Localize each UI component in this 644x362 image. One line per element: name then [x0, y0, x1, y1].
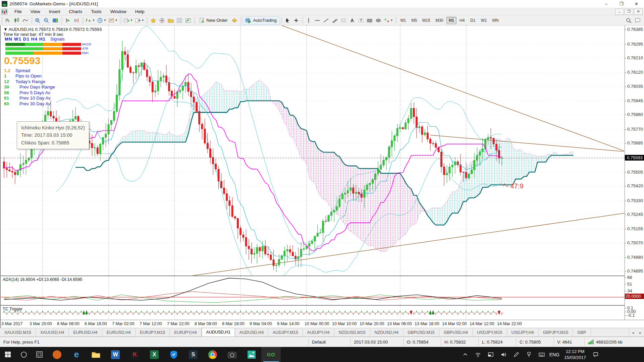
chart-tab-audjpyh4[interactable]: AUDJPY,H4 — [303, 329, 334, 337]
camera-app-icon[interactable] — [222, 347, 242, 362]
chart-tab-xauusdm15[interactable]: XAUUSD,M15 — [0, 329, 36, 337]
timeframe-mn-button[interactable]: MN — [490, 17, 501, 24]
chart-tab-nzdusdh4[interactable]: NZDUSD,H4 — [370, 329, 404, 337]
terminal-icon[interactable] — [166, 16, 175, 24]
menu-help[interactable]: Help — [131, 8, 149, 15]
bar-chart-icon[interactable] — [4, 16, 12, 24]
keyboard-icon[interactable] — [535, 347, 548, 362]
periods-icon[interactable]: ▼ — [96, 16, 107, 24]
volume-icon[interactable] — [497, 347, 510, 362]
chart-tab-audjpym15[interactable]: AUDJPY,M15 — [268, 329, 303, 337]
chart-tab-gbpusdh4[interactable]: GBPUSD,H4 — [439, 329, 473, 337]
label-icon[interactable]: T — [357, 16, 365, 24]
mt4-gomarkets-icon[interactable]: GO — [261, 347, 281, 362]
menu-insert[interactable]: Insert — [45, 8, 65, 15]
timeframe-h1-button[interactable]: H1 — [446, 17, 457, 24]
chart-tab-gbp[interactable]: GBP — [573, 329, 591, 337]
timeframe-w1-button[interactable]: W1 — [479, 17, 489, 24]
file-explorer-icon[interactable] — [86, 347, 106, 362]
zoom-in-icon[interactable] — [34, 16, 42, 24]
photos-app-icon[interactable] — [242, 347, 261, 362]
chart-tab-eurjpym15[interactable]: EURJPY,M15 — [136, 329, 170, 337]
text-icon[interactable]: A — [348, 16, 357, 24]
close-button[interactable]: ✕ — [629, 0, 644, 8]
auto-scroll-icon[interactable] — [63, 16, 72, 24]
timeframe-h4-button[interactable]: H4 — [457, 17, 467, 24]
action-center-icon[interactable] — [589, 347, 602, 362]
chart-tab-nzdusdm15[interactable]: NZDUSD,M15 — [334, 329, 370, 337]
s-app-icon[interactable]: S — [183, 347, 203, 362]
child-restore-button[interactable]: ❐ — [625, 9, 633, 15]
word-app-icon[interactable]: W — [106, 347, 125, 362]
line-chart-icon[interactable] — [21, 16, 30, 24]
edge-icon[interactable]: e — [67, 347, 86, 362]
fibonacci-icon[interactable] — [339, 16, 348, 24]
start-button[interactable] — [0, 347, 16, 362]
adx-indicator-pane[interactable]: ADX(14) 16.8504 +DI:13.6065 -DI:14.6595 — [1, 276, 625, 305]
new-chart-icon[interactable]: ▼ — [122, 16, 134, 24]
search-button[interactable] — [16, 347, 32, 362]
kaspersky-icon[interactable]: K — [125, 347, 145, 362]
chevron-up-icon[interactable] — [459, 347, 472, 362]
minimize-button[interactable]: – — [599, 0, 614, 8]
horizontal-line-icon[interactable] — [313, 16, 322, 24]
chart-tab-gbpusdm15[interactable]: GBPUSD,M15 — [403, 329, 439, 337]
chart-tab-audusdh1[interactable]: AUDUSD,H1 — [202, 328, 235, 337]
chart-tab-eurusdh4[interactable]: EURUSD,H4 — [69, 329, 102, 337]
restore-button[interactable]: ❐ — [614, 0, 629, 8]
market-watch-icon[interactable] — [149, 16, 158, 24]
menu-charts[interactable]: Charts — [65, 8, 87, 15]
chart-tab-audusdh4[interactable]: AUDUSD,H4 — [235, 329, 268, 337]
strategy-tester-icon[interactable] — [184, 16, 193, 24]
candlestick-chart[interactable] — [1, 25, 625, 276]
status-profile[interactable]: Default — [308, 338, 350, 346]
menu-file[interactable]: File — [10, 8, 26, 15]
indicators-icon[interactable]: f▼ — [85, 16, 96, 24]
zoom-out-icon[interactable] — [42, 16, 51, 24]
quick-nav-icon[interactable]: ▼ — [3, 27, 8, 32]
ellipse-icon[interactable] — [374, 16, 383, 24]
trendline-icon[interactable] — [322, 16, 330, 24]
price-axis[interactable]: 0.763850.762950.762100.761200.760350.759… — [625, 25, 644, 320]
time-axis[interactable]: 3 Mar 20173 Mar 20:006 Mar 06:006 Mar 16… — [1, 320, 644, 328]
task-view-button[interactable] — [32, 347, 47, 362]
chrome-icon[interactable] — [203, 347, 222, 362]
timeframe-m30-button[interactable]: M30 — [433, 17, 445, 24]
vertical-line-icon[interactable] — [304, 16, 313, 24]
menu-window[interactable]: Window — [106, 8, 131, 15]
chart-tab-gbpjpym15[interactable]: GBPJPY,M15 — [539, 329, 573, 337]
arrows-icon[interactable]: ▼ — [383, 16, 394, 24]
excel-icon[interactable]: X — [145, 347, 164, 362]
pen-icon[interactable] — [510, 347, 523, 362]
chart-tab-eurjpyh4[interactable]: EURJPY,H4 — [170, 329, 201, 337]
chart-tab-eurusdh4[interactable]: EURUSD,H4 — [102, 329, 136, 337]
timeframe-m15-button[interactable]: M15 — [420, 17, 432, 24]
templates-icon[interactable]: ▼ — [107, 16, 119, 24]
wifi-icon[interactable] — [472, 347, 484, 362]
tile-windows-icon[interactable] — [51, 16, 60, 24]
autotrading-button[interactable]: AutoTrading — [243, 16, 279, 24]
timeframe-m5-button[interactable]: M5 — [409, 17, 419, 24]
taskbar-clock[interactable]: 12:12 PM15/03/2017 — [561, 347, 589, 362]
tab-scroll-left-button[interactable]: ◂ — [629, 328, 637, 337]
chart-tab-usdjpyh4[interactable]: USDJPY,H4 — [507, 329, 539, 337]
rectangle-icon[interactable] — [365, 16, 374, 24]
chat-icon[interactable] — [633, 16, 642, 24]
new-order-button[interactable]: New Order — [196, 16, 230, 24]
tc-trigger-pane[interactable]: TC Trigger — [1, 305, 625, 320]
child-minimize-button[interactable]: – — [615, 9, 624, 15]
menu-tools[interactable]: Tools — [87, 8, 106, 15]
data-window-icon[interactable] — [175, 16, 184, 24]
main-chart[interactable]: ▼ AUDUSD,H1 0.75572 0.75619 0.75572 0.75… — [1, 25, 625, 276]
tab-scroll-right-button[interactable]: ▸ — [637, 328, 644, 337]
ea-envelope-icon[interactable] — [230, 16, 239, 24]
firefox-icon[interactable] — [47, 347, 67, 362]
navigator-icon[interactable] — [158, 16, 166, 24]
shield-app-icon[interactable] — [164, 347, 183, 362]
usb-icon[interactable] — [523, 347, 535, 362]
chart-shift-icon[interactable] — [72, 16, 81, 24]
chart-tab-usdjpym15[interactable]: USDJPY,M15 — [473, 329, 507, 337]
timeframe-m1-button[interactable]: M1 — [398, 17, 409, 24]
chart-tab-xauusdh4[interactable]: XAUUSD,H4 — [36, 329, 69, 337]
crosshair-icon[interactable] — [292, 16, 301, 24]
